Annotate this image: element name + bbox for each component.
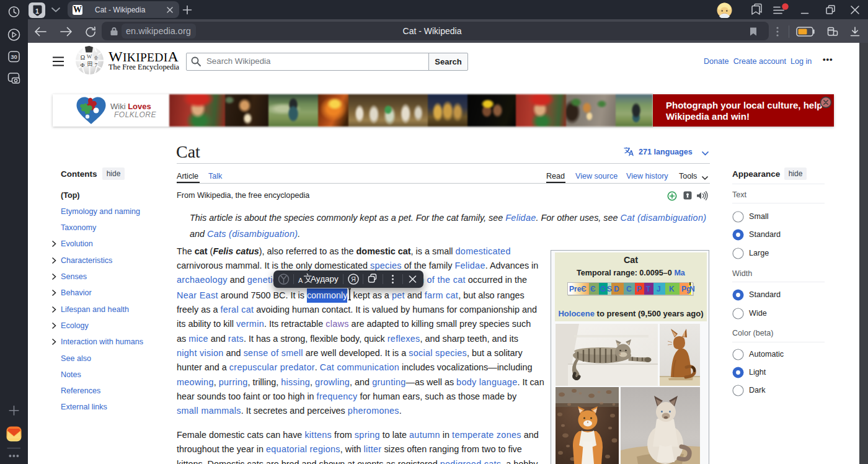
svg-text:Ф: Ф (80, 62, 84, 68)
svg-text:30: 30 (11, 53, 17, 60)
svg-text:Ω: Ω (81, 54, 85, 61)
svg-text:1: 1 (35, 7, 39, 14)
svg-text:田: 田 (87, 61, 93, 67)
svg-text:Я: Я (351, 275, 356, 283)
svg-text:A: A (298, 277, 303, 284)
svg-text:W: W (87, 53, 92, 60)
svg-text:7: 7 (95, 62, 98, 68)
svg-text:۩: ۩ (94, 55, 99, 61)
